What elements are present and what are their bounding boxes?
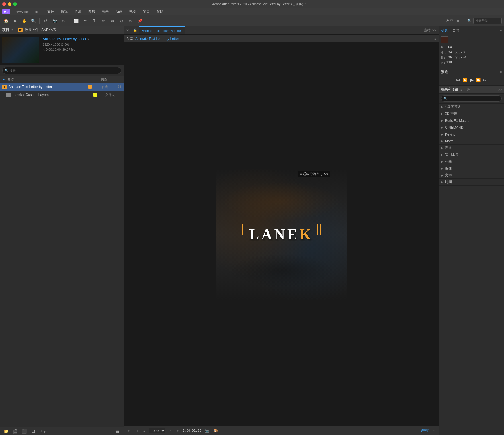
comp-close-icon[interactable]: ✕	[124, 28, 131, 32]
effect-label12: 时间	[445, 180, 452, 184]
effect-channel[interactable]: ▶ 声道	[439, 145, 504, 151]
menu-comp[interactable]: 合成	[73, 9, 83, 15]
new-comp-btn[interactable]: 🎬	[11, 428, 19, 435]
effect-anim-preset[interactable]: ▶ * 动画预设	[439, 104, 504, 110]
pin-tool[interactable]: 📌	[136, 17, 144, 24]
minimize-button[interactable]	[8, 2, 11, 6]
effect-utility[interactable]: ▶ 实用工具	[439, 151, 504, 158]
selection-handle-right[interactable]	[317, 224, 321, 235]
menu-edit[interactable]: 编辑	[60, 9, 69, 15]
effect-keyer[interactable]: ▶ 抠像	[439, 165, 504, 172]
comp-header: 合成 Animate Text Letter by Letter ≡	[124, 35, 439, 43]
tab-audio[interactable]: 音频	[452, 28, 459, 34]
stamp-tool[interactable]: ⊕	[109, 17, 116, 24]
select-tool[interactable]: ▶	[11, 17, 19, 24]
viewer-color-btn[interactable]: 🎨	[212, 428, 219, 433]
viewer-fit-btn[interactable]: ⊡	[168, 428, 173, 433]
comp-lock-icon[interactable]: 🔒	[131, 28, 139, 32]
viewer-grid-btn[interactable]: ⊞	[126, 428, 131, 433]
info-menu[interactable]: ≡	[500, 28, 502, 34]
close-button[interactable]	[2, 2, 6, 6]
effect-distort[interactable]: ▶ 扭曲	[439, 158, 504, 165]
file-item-comp[interactable]: C Animate Text Letter by Letter 合成 ⛓	[0, 83, 124, 91]
menu-anim[interactable]: 动画	[114, 9, 124, 15]
menu-window[interactable]: 窗口	[142, 9, 151, 15]
effect-keying[interactable]: ▶ Keying	[439, 131, 504, 138]
render-queue-btn[interactable]: ⊞	[455, 17, 462, 24]
media-btn[interactable]: 🎞	[30, 428, 37, 435]
play-btn[interactable]: ▶	[470, 77, 474, 83]
text-tool[interactable]: T	[91, 17, 98, 24]
info-panel: 信息 音频 ≡ R： 64 G： 34 B：	[439, 26, 504, 67]
rotate-tool[interactable]: ↺	[42, 17, 49, 24]
eraser-tool[interactable]: ◇	[118, 17, 125, 24]
viewer-overlay-btn[interactable]: ⊙	[141, 428, 146, 433]
file-item-folder[interactable]: Laneka_Custom Layers 文件夹	[0, 91, 124, 99]
lib-tab[interactable]: 库	[467, 87, 470, 92]
effects-menu[interactable]: ≡	[460, 88, 462, 92]
viewer-expand-btn[interactable]: ⤢	[431, 428, 436, 433]
selection-handle-left[interactable]	[242, 224, 245, 235]
effect-3d-sound[interactable]: ▶ 3D 声道	[439, 110, 504, 117]
comp-settings-icon[interactable]: ≡	[434, 37, 436, 41]
effect-time[interactable]: ▶ 时间	[439, 179, 504, 186]
menu-file[interactable]: 文件	[46, 9, 55, 15]
x-row: X： 768	[455, 50, 466, 55]
project-search-input[interactable]	[2, 67, 121, 74]
maximize-button[interactable]	[13, 2, 17, 6]
expand-btn[interactable]: >>	[432, 28, 436, 32]
step-forward-btn[interactable]: ⏩	[476, 78, 481, 82]
effect-cinema4d[interactable]: ▶ CINEMA 4D	[439, 124, 504, 131]
project-info: Animate Text Letter by Letter ▾ 1920 x 1…	[43, 37, 89, 52]
x-label: X：	[455, 50, 460, 55]
tab-info[interactable]: 信息	[441, 28, 448, 34]
rect-tool[interactable]: ⬜	[72, 17, 80, 24]
effect-text[interactable]: ▶ 文本	[439, 172, 504, 179]
effect-label3: Boris FX Mocha	[445, 119, 469, 123]
new-folder-btn[interactable]: 📁	[2, 428, 10, 435]
go-to-start-btn[interactable]: ⏮	[456, 78, 460, 82]
pen-tool[interactable]: ✒	[81, 17, 89, 24]
orbit-tool[interactable]: ⊙	[60, 17, 67, 24]
effects-search-input[interactable]	[441, 95, 502, 102]
import-btn[interactable]: ⬛	[21, 428, 28, 435]
quality-label: (完整)	[421, 428, 429, 433]
project-title: 项目	[2, 28, 9, 32]
viewer-camera-btn[interactable]: 📷	[204, 428, 210, 433]
menu-help[interactable]: 帮助	[155, 9, 165, 15]
camera-tool[interactable]: 📷	[51, 17, 58, 24]
panel-menu-icon[interactable]: ≡	[11, 28, 13, 32]
home-btn[interactable]: 🏠	[2, 17, 10, 24]
g-value: 34	[448, 50, 452, 55]
effect-label5: Keying	[445, 132, 456, 136]
viewer-crop-btn[interactable]: ⊞	[175, 428, 180, 433]
zoom-select[interactable]: 100% 50% 200%	[149, 428, 165, 433]
preview-controls: ⏮ ⏪ ▶ ⏩ ⏭	[441, 77, 502, 83]
puppet-tool[interactable]: ⊗	[127, 17, 134, 24]
help-search-input[interactable]	[473, 18, 502, 24]
dropdown-arrow[interactable]: ▾	[87, 38, 89, 41]
menu-layer[interactable]: 图层	[87, 9, 96, 15]
project-search-bar: 🔍	[0, 65, 124, 76]
menu-effect[interactable]: 效果	[101, 9, 110, 15]
brush-tool[interactable]: ✏	[100, 17, 107, 24]
menu-view[interactable]: 视图	[128, 9, 137, 15]
effects-expand[interactable]: >>	[498, 88, 502, 92]
hand-tool[interactable]: ✋	[21, 17, 28, 24]
comp-viewer: 自适应分辨率 (1/2) LANEK	[124, 43, 439, 426]
effect-boris[interactable]: ▶ Boris FX Mocha	[439, 117, 504, 124]
effect-matte[interactable]: ▶ Matte	[439, 138, 504, 145]
step-back-btn[interactable]: ⏪	[462, 78, 467, 82]
sep1	[39, 18, 40, 24]
go-to-end-btn[interactable]: ⏭	[483, 78, 487, 82]
zoom-tool[interactable]: 🔍	[30, 17, 37, 24]
trash-btn[interactable]: 🗑	[114, 428, 121, 435]
viewer-mask-btn[interactable]: ◫	[134, 428, 139, 433]
viewer-timecode: 0;00;01;00	[183, 429, 201, 432]
menu-bar: Ae zww After Effects 文件 编辑 合成 图层 效果 动画 视…	[0, 8, 504, 15]
project-col-headers: ▲ 名称 类型	[0, 76, 124, 83]
preview-menu[interactable]: ≡	[500, 70, 502, 74]
comp-tab-main[interactable]: Animate Text Letter by Letter	[139, 26, 185, 34]
file-name-comp: Animate Text Letter by Letter	[9, 85, 87, 89]
viewer-controls: ⊞ ◫ ⊙ 100% 50% 200% ⊡ ⊞ 0;00;01;00 📷 🎨 (…	[124, 426, 439, 435]
